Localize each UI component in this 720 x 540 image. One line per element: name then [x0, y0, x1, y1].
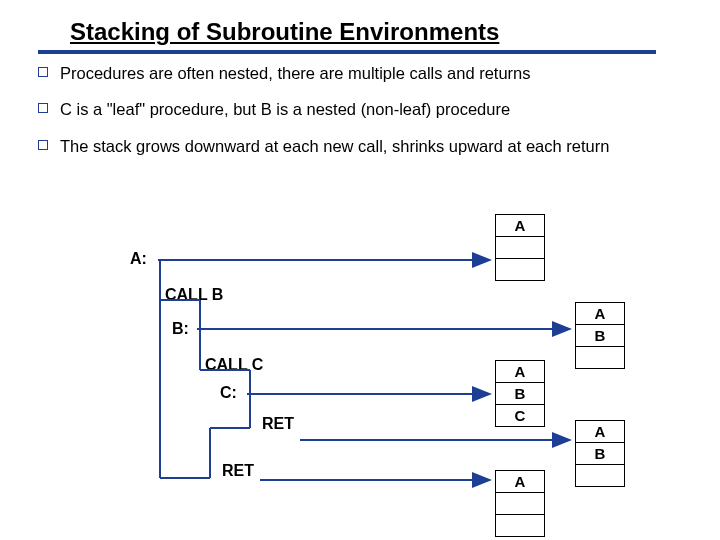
label-A: A:: [130, 250, 147, 268]
stack-cell: [576, 465, 624, 487]
stack-cell: A: [576, 421, 624, 443]
stack-cell: [576, 347, 624, 369]
stack-cell: [496, 493, 544, 515]
bullet-icon: [38, 67, 48, 77]
stack-1: A: [495, 214, 545, 281]
bullet-text: C is a "leaf" procedure, but B is a nest…: [60, 98, 510, 120]
label-ret1: RET: [262, 415, 294, 433]
stack-5: A: [495, 470, 545, 537]
stack-cell: C: [496, 405, 544, 427]
bullet-icon: [38, 140, 48, 150]
bullet-item: Procedures are often nested, there are m…: [38, 62, 656, 84]
bullet-text: Procedures are often nested, there are m…: [60, 62, 531, 84]
stack-cell: A: [576, 303, 624, 325]
stack-cell: [496, 515, 544, 537]
stack-cell: B: [576, 325, 624, 347]
stack-cell: B: [496, 383, 544, 405]
stack-cell: A: [496, 471, 544, 493]
slide-title: Stacking of Subroutine Environments: [70, 18, 499, 46]
label-B: B:: [172, 320, 189, 338]
stack-cell: B: [576, 443, 624, 465]
stack-cell: [496, 237, 544, 259]
label-callC: CALL C: [205, 356, 263, 374]
stack-2: A B: [575, 302, 625, 369]
stack-cell: A: [496, 215, 544, 237]
label-callB: CALL B: [165, 286, 223, 304]
bullet-item: C is a "leaf" procedure, but B is a nest…: [38, 98, 656, 120]
label-ret2: RET: [222, 462, 254, 480]
bullet-text: The stack grows downward at each new cal…: [60, 135, 609, 157]
stack-cell: A: [496, 361, 544, 383]
bullet-item: The stack grows downward at each new cal…: [38, 135, 656, 157]
stack-3: A B C: [495, 360, 545, 427]
label-C: C:: [220, 384, 237, 402]
title-rule: [38, 50, 656, 54]
stack-cell: [496, 259, 544, 281]
bullet-list: Procedures are often nested, there are m…: [38, 62, 656, 171]
stack-4: A B: [575, 420, 625, 487]
bullet-icon: [38, 103, 48, 113]
